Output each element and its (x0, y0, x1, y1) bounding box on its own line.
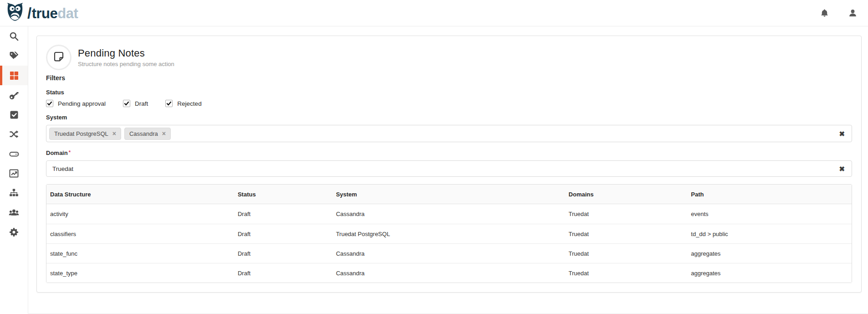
cell-domains: Truedat (565, 204, 688, 224)
checkbox-box[interactable] (46, 100, 53, 107)
domain-label: Domain* (46, 149, 852, 156)
remove-tag-icon[interactable]: × (112, 130, 116, 137)
grid-icon (10, 71, 19, 80)
domain-value: Truedat (52, 165, 73, 172)
table-row[interactable]: state_type Draft Cassandra Truedat aggre… (46, 263, 852, 283)
selected-tag: Cassandra × (124, 128, 171, 140)
checkbox-pending-approval[interactable]: Pending approval (46, 100, 106, 107)
user-account-icon[interactable] (847, 8, 858, 19)
sidebar-item-dashboards[interactable] (0, 164, 28, 183)
checkbox-rejected[interactable]: Rejected (165, 100, 201, 107)
sidebar-item-access[interactable] (0, 85, 28, 105)
sidebar-item-systems[interactable] (0, 144, 28, 164)
check-square-icon (10, 110, 19, 119)
note-icon (52, 50, 65, 65)
pending-notes-card: Pending Notes Structure notes pending so… (36, 36, 862, 293)
sidebar-item-users[interactable] (0, 203, 28, 222)
table-row[interactable]: activity Draft Cassandra Truedat events (46, 204, 852, 224)
cell-system: Cassandra (332, 243, 565, 263)
tags-icon (9, 51, 19, 61)
sidebar-item-search[interactable] (0, 26, 28, 46)
cell-data-structure: state_type (46, 263, 234, 283)
column-header-status: Status (234, 185, 332, 204)
cell-status: Draft (234, 243, 332, 263)
checkbox-box[interactable] (165, 100, 173, 107)
sidebar-item-quality[interactable] (0, 105, 28, 124)
table-header-row: Data Structure Status System Domains Pat… (46, 185, 852, 204)
cell-system: Cassandra (332, 204, 565, 224)
filters-heading: Filters (46, 74, 852, 82)
cell-data-structure: activity (46, 204, 234, 224)
column-header-path: Path (687, 185, 852, 204)
sidebar-item-domains[interactable] (0, 183, 28, 203)
column-header-domains: Domains (565, 185, 688, 204)
page-header: Pending Notes Structure notes pending so… (46, 44, 852, 71)
pending-notes-table: Data Structure Status System Domains Pat… (46, 184, 852, 283)
cell-data-structure: classifiers (46, 224, 234, 243)
cell-status: Draft (234, 204, 332, 224)
note-icon-circle (46, 45, 71, 70)
chart-line-icon (9, 169, 19, 178)
sidebar-item-catalog[interactable] (0, 66, 28, 85)
system-multiselect[interactable]: Truedat PostgreSQL × Cassandra × ✖ (46, 125, 852, 142)
logo-wordmark: /truedat (26, 5, 78, 21)
topbar: /truedat (0, 0, 868, 26)
cell-path: aggregates (687, 243, 852, 263)
table-row[interactable]: state_func Draft Cassandra Truedat aggre… (46, 243, 852, 263)
clear-domain-icon[interactable]: ✖ (839, 165, 845, 172)
cell-data-structure: state_func (46, 243, 234, 263)
key-icon (9, 90, 19, 100)
column-header-data-structure: Data Structure (46, 185, 234, 204)
page-title: Pending Notes (78, 47, 174, 59)
status-label: Status (46, 89, 852, 96)
search-icon (9, 31, 19, 41)
system-label: System (46, 114, 852, 121)
sidebar-item-glossary[interactable] (0, 46, 28, 66)
drive-icon (9, 149, 19, 159)
checkbox-box[interactable] (123, 100, 130, 107)
selected-tag: Truedat PostgreSQL × (49, 128, 121, 140)
cell-domains: Truedat (565, 263, 688, 283)
cell-path: td_dd > public (687, 224, 852, 243)
cell-path: aggregates (687, 263, 852, 283)
owl-logo-icon (5, 3, 25, 24)
status-filter-group: Pending approval Draft Rejected (46, 100, 852, 107)
column-header-system: System (332, 185, 565, 204)
cell-status: Draft (234, 263, 332, 283)
domain-select[interactable]: Truedat ✖ (46, 160, 852, 177)
main-content: Pending Notes Structure notes pending so… (28, 26, 868, 314)
sidebar (0, 26, 28, 314)
gear-icon (9, 227, 19, 237)
cell-system: Cassandra (332, 263, 565, 283)
cell-path: events (687, 204, 852, 224)
checkbox-draft[interactable]: Draft (123, 100, 148, 107)
sitemap-icon (9, 188, 19, 198)
users-icon (9, 207, 19, 218)
shuffle-icon (9, 129, 19, 139)
notifications-bell-icon[interactable] (819, 8, 830, 19)
clear-system-icon[interactable]: ✖ (839, 130, 845, 137)
required-marker: * (69, 149, 71, 155)
page-subtitle: Structure notes pending some action (78, 61, 174, 67)
cell-domains: Truedat (565, 224, 688, 243)
cell-status: Draft (234, 224, 332, 243)
remove-tag-icon[interactable]: × (162, 130, 166, 137)
cell-system: Truedat PostgreSQL (332, 224, 565, 243)
cell-domains: Truedat (565, 243, 688, 263)
truedat-logo[interactable]: /truedat (5, 3, 78, 24)
sidebar-item-configuration[interactable] (0, 222, 28, 242)
table-row[interactable]: classifiers Draft Truedat PostgreSQL Tru… (46, 224, 852, 243)
sidebar-item-lineage[interactable] (0, 124, 28, 144)
